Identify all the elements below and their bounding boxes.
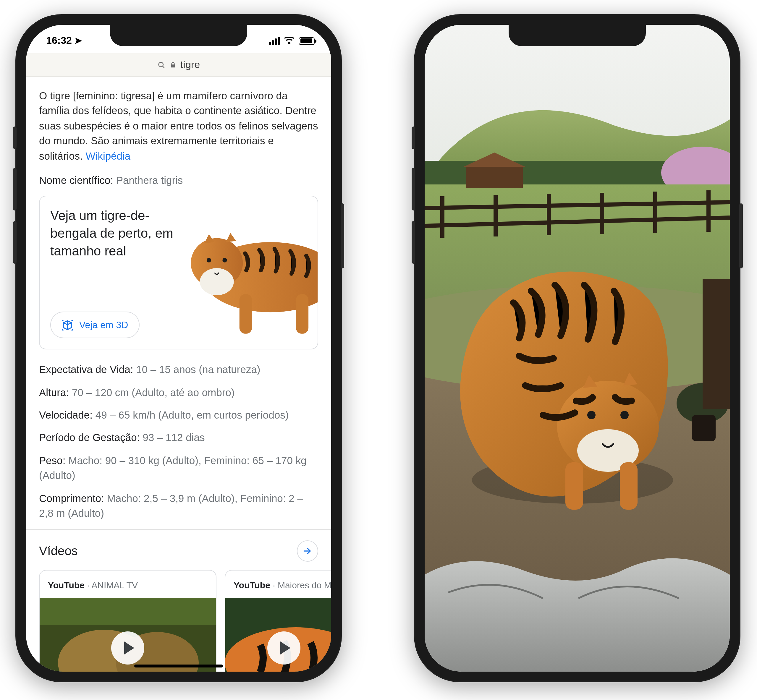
wikipedia-link[interactable]: Wikipédia — [86, 150, 131, 162]
phone-frame-left: 16:32 tigre O tigre [feminino: tigresa] … — [16, 14, 342, 682]
search-result-content[interactable]: O tigre [feminino: tigresa] é um mamífer… — [26, 77, 331, 672]
svg-point-7 — [207, 258, 211, 262]
mute-switch[interactable] — [13, 127, 17, 149]
view-in-3d-button[interactable]: Veja em 3D — [50, 312, 139, 338]
status-time: 16:32 — [46, 35, 72, 47]
svg-rect-42 — [620, 462, 638, 509]
mute-switch[interactable] — [411, 127, 415, 149]
video-card[interactable]: YouTube · Maiores do M 3:09 — [225, 570, 331, 672]
fact-label: Comprimento: — [39, 492, 104, 504]
fact-row: Comprimento: Macho: 2,5 – 3,9 m (Adulto)… — [39, 491, 318, 521]
fact-value: 10 – 15 anos (na natureza) — [136, 364, 260, 376]
videos-more-button[interactable] — [297, 541, 318, 562]
fact-label: Período de Gestação: — [39, 432, 140, 444]
svg-point-39 — [587, 411, 596, 419]
fact-row: Altura: 70 – 120 cm (Adulto, até ao ombr… — [39, 385, 318, 400]
knowledge-description: O tigre [feminino: tigresa] é um mamífer… — [39, 89, 318, 164]
fact-value: 70 – 120 cm (Adulto, até ao ombro) — [72, 386, 235, 398]
fact-label: Peso: — [39, 455, 66, 466]
notch — [110, 25, 247, 46]
video-source-line: YouTube · Maiores do M — [225, 571, 331, 598]
fact-label: Altura: — [39, 386, 69, 398]
notch — [508, 25, 646, 46]
videos-carousel[interactable]: YouTube · ANIMAL TV — [39, 570, 331, 672]
fact-value: 49 – 65 km/h (Adulto, em curtos períodos… — [95, 409, 289, 421]
scientific-name-label: Nome científico: — [39, 174, 113, 186]
fact-row: Expectativa de Vida: 10 – 15 anos (na na… — [39, 363, 318, 378]
video-source: YouTube — [234, 580, 270, 590]
svg-point-40 — [620, 411, 629, 419]
cellular-signal-icon — [269, 37, 280, 45]
screen-left: 16:32 tigre O tigre [feminino: tigresa] … — [26, 25, 331, 672]
play-icon — [267, 631, 300, 664]
svg-point-4 — [200, 268, 234, 295]
svg-rect-6 — [296, 294, 308, 334]
volume-up-button[interactable] — [13, 168, 17, 211]
screen-right — [425, 25, 730, 672]
fact-row: Período de Gestação: 93 – 112 dias — [39, 431, 318, 446]
view-3d-title: Veja um tigre-de-bengala de perto, em ta… — [50, 207, 189, 260]
play-icon — [111, 631, 144, 664]
address-bar[interactable]: tigre — [26, 53, 331, 77]
fact-row: Peso: Macho: 90 – 310 kg (Adulto), Femin… — [39, 453, 318, 484]
video-thumbnail[interactable]: 15:11 — [40, 598, 216, 672]
scientific-name-value: Panthera tigris — [116, 174, 183, 186]
volume-down-button[interactable] — [13, 221, 17, 264]
arrow-right-icon — [302, 546, 313, 557]
video-source: YouTube — [48, 580, 84, 590]
svg-rect-21 — [466, 167, 523, 188]
volume-up-button[interactable] — [411, 168, 415, 211]
fact-label: Expectativa de Vida: — [39, 364, 133, 376]
video-channel: Maiores do M — [278, 580, 331, 590]
tiger-3d-illustration — [177, 209, 318, 340]
video-source-line: YouTube · ANIMAL TV — [40, 571, 216, 598]
video-channel: ANIMAL TV — [91, 580, 138, 590]
svg-point-0 — [159, 62, 163, 67]
address-bar-query: tigre — [180, 59, 200, 71]
view-in-3d-label: Veja em 3D — [79, 318, 128, 332]
svg-rect-13 — [40, 598, 216, 625]
volume-down-button[interactable] — [411, 221, 415, 264]
video-thumbnail[interactable]: 3:09 — [225, 598, 331, 672]
home-indicator[interactable] — [134, 664, 223, 667]
lock-icon — [170, 61, 176, 69]
videos-heading: Vídeos — [39, 542, 78, 560]
svg-rect-34 — [692, 415, 716, 441]
side-power-button[interactable] — [739, 203, 743, 269]
description-text: O tigre [feminino: tigresa] é um mamífer… — [39, 90, 318, 162]
wifi-icon — [284, 37, 294, 45]
search-icon — [157, 61, 166, 69]
svg-rect-35 — [702, 279, 730, 409]
svg-point-8 — [222, 258, 227, 262]
fact-value: Macho: 90 – 310 kg (Adulto), Feminino: 6… — [39, 455, 307, 481]
ar-camera-view[interactable] — [425, 25, 730, 672]
battery-icon — [299, 37, 314, 45]
location-icon — [75, 37, 83, 45]
svg-line-1 — [163, 66, 164, 68]
fact-label: Velocidade: — [39, 409, 92, 421]
scientific-name-row: Nome científico: Panthera tigris — [39, 173, 318, 188]
svg-rect-41 — [565, 462, 583, 509]
fact-value: 93 – 112 dias — [142, 432, 205, 444]
view-3d-card: Veja um tigre-de-bengala de perto, em ta… — [39, 196, 318, 350]
cube-3d-icon — [61, 319, 74, 331]
svg-rect-5 — [239, 294, 252, 334]
side-power-button[interactable] — [341, 203, 344, 269]
phone-frame-right — [414, 14, 740, 682]
fact-row: Velocidade: 49 – 65 km/h (Adulto, em cur… — [39, 408, 318, 423]
video-card[interactable]: YouTube · ANIMAL TV — [39, 570, 216, 672]
